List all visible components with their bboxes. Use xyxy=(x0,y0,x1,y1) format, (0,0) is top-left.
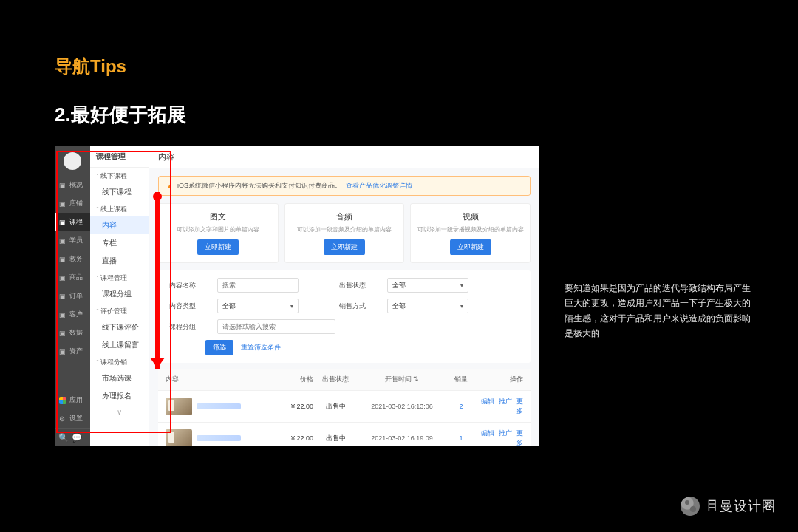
overview-icon: ▣ xyxy=(59,182,66,189)
create-button[interactable]: 立即新建 xyxy=(450,239,491,255)
table-header: 内容 价格 出售状态 开售时间 ⇅ 销量 操作 xyxy=(158,369,531,390)
edit-link[interactable]: 编辑 xyxy=(481,429,494,437)
asset-icon: ▣ xyxy=(59,348,66,355)
main-panel: 内容 ▲ iOS系统微信小程序内将无法购买和支付知识付费商品。 查看产品优化调整… xyxy=(149,146,539,446)
filter-reset-link[interactable]: 重置筛选条件 xyxy=(241,343,281,352)
order-icon: ▣ xyxy=(59,293,66,300)
cell-status: 出售中 xyxy=(313,434,358,443)
create-button[interactable]: 立即新建 xyxy=(324,239,365,255)
secondary-nav: 课程管理 线下课程线下课程线上课程内容专栏直播课程管理课程分组评价管理线下课评价… xyxy=(90,146,149,446)
customer-icon: ▣ xyxy=(59,311,66,318)
course-icon: ▣ xyxy=(59,219,66,226)
rail-item-settings[interactable]: ⚙设置 xyxy=(55,409,90,428)
rail-label: 教务 xyxy=(69,254,83,264)
filter-group-input[interactable] xyxy=(217,319,335,334)
rail-label: 客户 xyxy=(69,310,83,319)
subnav-item[interactable]: 专栏 xyxy=(90,234,149,252)
app-screenshot: ▣概况▣店铺▣课程▣学员▣教务▣商品▣订单▣客户▣数据▣资产 应用⚙设置 🔍 💬… xyxy=(55,146,539,446)
cell-status: 出售中 xyxy=(313,402,358,412)
subnav-group[interactable]: 线下课程 xyxy=(90,168,149,183)
content-card: 音频可以添加一段音频及介绍的单篇内容立即新建 xyxy=(284,203,405,263)
content-type-cards: 图文可以添加文字和图片的单篇内容立即新建音频可以添加一段音频及介绍的单篇内容立即… xyxy=(158,203,531,263)
filter-panel: 内容名称： 出售状态： 全部 内容类型： 全部 销售方式： 全部 课程分组： 筛… xyxy=(158,270,531,363)
cell-sales[interactable]: 2 xyxy=(446,403,476,410)
subnav-item[interactable]: 内容 xyxy=(90,216,149,234)
rail-label: 应用 xyxy=(69,395,83,405)
rail-item-goods[interactable]: ▣商品 xyxy=(55,268,90,287)
rail-label: 课程 xyxy=(69,217,83,227)
filter-type-select[interactable]: 全部 xyxy=(217,299,299,313)
filter-status-label: 出售状态： xyxy=(335,281,372,290)
rail-item-student[interactable]: ▣学员 xyxy=(55,231,90,250)
subnav-item[interactable]: 线下课评价 xyxy=(90,318,149,336)
rail-item-course[interactable]: ▣课程 xyxy=(55,213,90,231)
th-sales: 销量 xyxy=(446,375,476,384)
item-title-blurred xyxy=(197,403,241,409)
item-thumbnail xyxy=(166,429,192,446)
watermark-text: 且曼设计圈 xyxy=(706,497,776,515)
rail-label: 数据 xyxy=(69,328,83,338)
subnav-group[interactable]: 课程分销 xyxy=(90,354,149,369)
cell-price: ¥ 22.00 xyxy=(276,434,313,442)
rail-label: 订单 xyxy=(69,291,83,301)
subnav-item[interactable]: 线下课程 xyxy=(90,183,149,201)
filter-submit-button[interactable]: 筛选 xyxy=(205,340,233,355)
rail-item-asset[interactable]: ▣资产 xyxy=(55,342,90,361)
primary-rail: ▣概况▣店铺▣课程▣学员▣教务▣商品▣订单▣客户▣数据▣资产 应用⚙设置 🔍 💬 xyxy=(55,146,90,446)
shop-icon: ▣ xyxy=(59,200,66,208)
filter-method-label: 销售方式： xyxy=(335,301,372,311)
filter-type-label: 内容类型： xyxy=(166,301,202,311)
subnav-item[interactable]: 线上课留言 xyxy=(90,336,149,354)
th-time[interactable]: 开售时间 ⇅ xyxy=(358,375,446,384)
academic-icon: ▣ xyxy=(59,256,66,263)
content-card: 图文可以添加文字和图片的单篇内容立即新建 xyxy=(158,203,279,263)
cell-sales[interactable]: 1 xyxy=(446,434,476,442)
chat-icon[interactable]: 💬 xyxy=(72,433,81,442)
subnav-item[interactable]: 课程分组 xyxy=(90,285,149,303)
filter-name-input[interactable] xyxy=(217,278,299,293)
filter-method-select[interactable]: 全部 xyxy=(387,299,468,313)
card-title: 视频 xyxy=(415,211,525,222)
watermark: 且曼设计圈 xyxy=(681,497,776,516)
table-row: ¥ 22.00出售中2021-03-02 16:19:091编辑推广更多 xyxy=(158,422,531,446)
edit-link[interactable]: 编辑 xyxy=(481,398,494,405)
subnav-group[interactable]: 线上课程 xyxy=(90,201,149,216)
cell-actions: 编辑推广更多 xyxy=(476,429,523,446)
subnav-item[interactable]: 直播 xyxy=(90,252,149,270)
filter-status-select[interactable]: 全部 xyxy=(387,278,468,293)
item-title-blurred xyxy=(197,435,241,441)
more-link[interactable]: 更多 xyxy=(516,429,523,446)
rail-item-order[interactable]: ▣订单 xyxy=(55,287,90,305)
promote-link[interactable]: 推广 xyxy=(499,429,512,437)
rail-item-apps[interactable]: 应用 xyxy=(55,391,90,409)
th-content: 内容 xyxy=(166,375,276,384)
subnav-group[interactable]: 课程管理 xyxy=(90,270,149,285)
subnav-group[interactable]: 评价管理 xyxy=(90,303,149,318)
table-row: ¥ 22.00出售中2021-03-02 16:13:062编辑推广更多 xyxy=(158,390,531,422)
filter-name-label: 内容名称： xyxy=(166,281,202,290)
rail-label: 店铺 xyxy=(69,199,83,208)
ios-warning-alert: ▲ iOS系统微信小程序内将无法购买和支付知识付费商品。 查看产品优化调整详情 xyxy=(158,176,531,196)
gear-icon: ⚙ xyxy=(59,415,66,423)
subnav-extra[interactable]: 办理报名 xyxy=(90,387,149,405)
main-title: 内容 xyxy=(149,146,539,168)
alert-text: iOS系统微信小程序内将无法购买和支付知识付费商品。 xyxy=(177,181,341,191)
promote-link[interactable]: 推广 xyxy=(499,398,512,405)
alert-link[interactable]: 查看产品优化调整详情 xyxy=(346,181,412,191)
rail-item-shop[interactable]: ▣店铺 xyxy=(55,194,90,213)
rail-item-data[interactable]: ▣数据 xyxy=(55,324,90,342)
subnav-expand-icon[interactable]: ∨ xyxy=(90,405,149,419)
subnav-item[interactable]: 市场选课 xyxy=(90,369,149,387)
content-table: 内容 价格 出售状态 开售时间 ⇅ 销量 操作 ¥ 22.00出售中2021-0… xyxy=(158,369,531,446)
rail-item-overview[interactable]: ▣概况 xyxy=(55,176,90,194)
more-link[interactable]: 更多 xyxy=(516,398,523,415)
rail-item-customer[interactable]: ▣客户 xyxy=(55,305,90,324)
search-icon[interactable]: 🔍 xyxy=(59,433,68,442)
item-thumbnail xyxy=(166,398,192,415)
data-icon: ▣ xyxy=(59,330,66,337)
rail-item-academic[interactable]: ▣教务 xyxy=(55,250,90,268)
cell-price: ¥ 22.00 xyxy=(276,403,313,410)
avatar[interactable] xyxy=(64,152,81,170)
card-title: 图文 xyxy=(163,211,273,222)
create-button[interactable]: 立即新建 xyxy=(197,239,239,255)
